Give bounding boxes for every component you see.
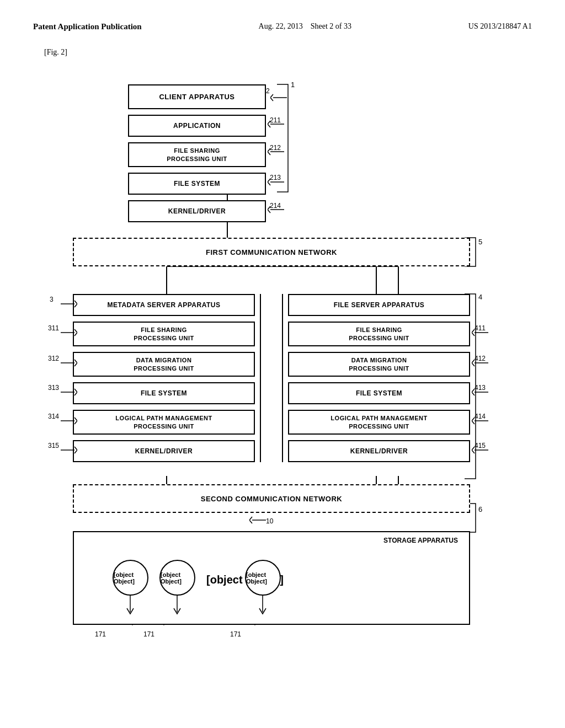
- application-box: APPLICATION: [128, 115, 266, 137]
- ref-411-label: 411: [475, 324, 486, 332]
- lu11-ref: 171: [95, 630, 106, 638]
- fs-sharing-meta-box: FILE SHARING PROCESSING UNIT: [73, 322, 255, 346]
- data-migration-meta-box: DATA MIGRATION PROCESSING UNIT: [73, 352, 255, 377]
- svg-text:5: 5: [478, 238, 482, 246]
- kernel-driver-file-box: KERNEL/DRIVER: [288, 440, 470, 462]
- svg-text:6: 6: [478, 505, 482, 513]
- ref-311-label: 311: [48, 324, 59, 332]
- diagram: 1 5 4 6 CLIENT APPARATUS 2 APPLICATION: [45, 68, 520, 675]
- metadata-server-box: METADATA SERVER APPARATUS: [73, 294, 255, 316]
- kernel-driver-meta-box: KERNEL/DRIVER: [73, 440, 255, 462]
- ref-10-arrow: [249, 515, 271, 527]
- data-migration-file-box: DATA MIGRATION PROCESSING UNIT: [288, 352, 470, 377]
- publication-title: Patent Application Publication: [33, 22, 142, 31]
- ref-315-label: 315: [48, 442, 59, 449]
- ref-412-label: 412: [475, 355, 486, 362]
- ref-2: [270, 91, 292, 106]
- client-apparatus-box: CLIENT APPARATUS: [128, 84, 266, 109]
- page-header: Patent Application Publication Aug. 22, …: [33, 22, 532, 31]
- storage-apparatus-box: STORAGE APPARATUS [object Object] [objec…: [73, 531, 470, 625]
- ref-414-label: 414: [475, 413, 486, 420]
- svg-text:1: 1: [291, 81, 295, 89]
- ref-312-label: 312: [48, 355, 59, 362]
- ref-214-label: 214: [270, 202, 281, 210]
- file-sharing-client-box: FILE SHARING PROCESSING UNIT: [128, 142, 266, 167]
- fs-sharing-file-box: FILE SHARING PROCESSING UNIT: [288, 322, 470, 346]
- file-system-meta-box: FILE SYSTEM: [73, 382, 255, 404]
- ref-3: [55, 298, 77, 311]
- ref-413-label: 413: [475, 384, 486, 392]
- ref-313-label: 313: [48, 384, 59, 392]
- lunn-ref: 171: [230, 630, 241, 638]
- file-server-box: FILE SERVER APPARATUS: [288, 294, 470, 316]
- svg-text:4: 4: [478, 293, 482, 301]
- second-network-box: SECOND COMMUNICATION NETWORK: [73, 484, 470, 513]
- logical-path-file-box: LOGICAL PATH MANAGEMENT PROCESSING UNIT: [288, 410, 470, 435]
- ref-213-label: 213: [270, 174, 281, 181]
- first-network-box: FIRST COMMUNICATION NETWORK: [73, 238, 470, 266]
- ref-211-label: 211: [270, 116, 281, 124]
- lu-arrows: [74, 532, 469, 624]
- figure-label: [Fig. 2]: [44, 48, 532, 57]
- ref-314-label: 314: [48, 413, 59, 420]
- ref-3-label: 3: [50, 296, 54, 303]
- lu12-ref: 171: [143, 630, 154, 638]
- publication-date-sheet: Aug. 22, 2013 Sheet 2 of 33: [259, 22, 351, 31]
- file-system-client-box: FILE SYSTEM: [128, 173, 266, 195]
- kernel-driver-client-box: KERNEL/DRIVER: [128, 200, 266, 222]
- ref-2-label: 2: [266, 87, 270, 95]
- ref-415-label: 415: [475, 442, 486, 449]
- logical-path-meta-box: LOGICAL PATH MANAGEMENT PROCESSING UNIT: [73, 410, 255, 435]
- file-system-file-box: FILE SYSTEM: [288, 382, 470, 404]
- page: Patent Application Publication Aug. 22, …: [0, 0, 565, 728]
- publication-number: US 2013/218847 A1: [468, 22, 532, 31]
- ref-212-label: 212: [270, 144, 281, 152]
